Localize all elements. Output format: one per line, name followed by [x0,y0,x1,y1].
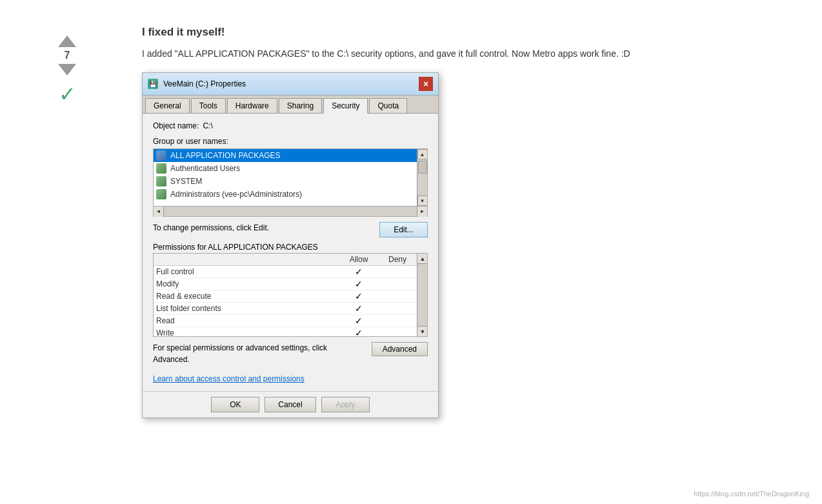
answer-title: I fixed it myself! [142,26,783,39]
perm-row-read-execute: Read & execute ✓ [154,290,427,303]
tab-sharing[interactable]: Sharing [279,98,322,113]
users-listbox-container: ALL APPLICATION PACKAGES Authenticated U… [153,148,428,217]
change-permissions-row: To change permissions, click Edit. Edit.… [153,222,428,237]
dialog-body: Object name: C:\ Group or user names: AL… [143,114,438,391]
users-hscrollbar[interactable]: ◄ ► [153,207,428,217]
perm-row-list-folder: List folder contents ✓ [154,303,427,315]
perm-allow-4: ✓ [339,316,378,326]
hscroll-right-arrow[interactable]: ► [417,207,427,217]
learn-link[interactable]: Learn about access control and permissio… [153,374,305,383]
list-item-authenticated-users[interactable]: Authenticated Users [154,162,417,175]
user-name-2: SYSTEM [170,177,202,186]
dialog-icon: 💾 [148,79,158,89]
users-listbox[interactable]: ALL APPLICATION PACKAGES Authenticated U… [153,148,428,207]
perm-col-deny-header: Deny [378,254,417,265]
learn-link-row: Learn about access control and permissio… [153,374,428,383]
hscroll-left-arrow[interactable]: ◄ [154,207,164,217]
vote-down-button[interactable] [58,64,76,76]
perm-row-read: Read ✓ [154,315,427,327]
group-label: Group or user names: [153,137,428,146]
tab-hardware[interactable]: Hardware [227,98,277,113]
perm-allow-3: ✓ [339,303,378,314]
permissions-header-row: Allow Deny [154,254,427,266]
perm-name-1: Modify [154,279,339,289]
user-name-0: ALL APPLICATION PACKAGES [170,151,281,160]
tab-security[interactable]: Security [323,98,368,114]
cancel-button[interactable]: Cancel [265,397,316,412]
perm-col-allow-header: Allow [339,254,378,265]
permissions-header-text: Permissions for ALL APPLICATION PACKAGES [153,243,318,252]
perms-scroll-up-arrow[interactable]: ▲ [417,254,428,264]
hscroll-track [164,207,417,216]
apply-button[interactable]: Apply [321,397,370,412]
tab-tools[interactable]: Tools [191,98,226,113]
vote-section: 7 ✓ [58,35,76,106]
users-scrollbar[interactable]: ▲ ▼ [417,149,427,206]
special-permissions-text: For special permissions or advanced sett… [153,342,334,365]
perm-name-5: Write [154,328,339,337]
special-permissions-row: For special permissions or advanced sett… [153,342,428,369]
scroll-up-arrow[interactable]: ▲ [417,149,428,159]
user-name-1: Authenticated Users [170,164,240,173]
object-name-row: Object name: C:\ [153,121,428,130]
windows-properties-dialog: 💾 VeeMain (C:) Properties × General Tool… [142,72,439,418]
user-icon-1 [156,163,166,174]
object-name-label: Object name: [153,121,199,130]
advanced-button[interactable]: Advanced [372,342,428,356]
perms-scroll-down-arrow[interactable]: ▼ [417,326,428,336]
answer-content: I fixed it myself! I added "ALL APPLICAT… [142,26,783,418]
permissions-scrollbar[interactable]: ▲ ▼ [417,254,427,336]
dialog-title: VeeMain (C:) Properties [163,79,246,88]
perm-allow-2: ✓ [339,291,378,301]
list-item-administrators[interactable]: Administrators (vee-pc\Administrators) [154,188,417,201]
list-item-system[interactable]: SYSTEM [154,175,417,188]
vote-count: 7 [65,50,70,61]
vote-up-button[interactable] [58,35,76,47]
permissions-header: Permissions for ALL APPLICATION PACKAGES [153,243,428,252]
user-icon-3 [156,189,166,199]
dialog-close-button[interactable]: × [419,77,433,91]
perm-name-0: Full control [154,267,339,277]
perm-name-4: Read [154,316,339,326]
dialog-tabs: General Tools Hardware Sharing Security … [143,96,438,114]
permissions-container: Allow Deny Full control ✓ Modify [153,253,428,337]
page-container: 7 ✓ I fixed it myself! I added "ALL APPL… [0,0,822,431]
answer-body: I added "ALL APPLICATION PACKAGES" to th… [142,46,783,61]
perm-allow-5: ✓ [339,328,378,337]
perm-col-name-header [154,254,339,265]
permissions-table: Allow Deny Full control ✓ Modify [153,253,428,337]
edit-button[interactable]: Edit... [379,222,428,237]
titlebar-left: 💾 VeeMain (C:) Properties [148,79,246,89]
accepted-checkmark: ✓ [59,82,76,106]
scroll-down-arrow[interactable]: ▼ [417,196,428,206]
perm-row-modify: Modify ✓ [154,278,427,290]
user-icon-2 [156,176,166,186]
tab-quota[interactable]: Quota [369,98,407,113]
perm-name-2: Read & execute [154,291,339,301]
object-name-value: C:\ [203,121,212,130]
tab-general[interactable]: General [145,98,190,113]
dialog-titlebar: 💾 VeeMain (C:) Properties × [143,73,438,96]
perm-row-write: Write ✓ [154,327,427,337]
perm-allow-1: ✓ [339,279,378,289]
change-permissions-text: To change permissions, click Edit. [153,223,269,232]
user-name-3: Administrators (vee-pc\Administrators) [170,190,302,199]
perm-row-full-control: Full control ✓ [154,266,427,278]
list-item-all-application-packages[interactable]: ALL APPLICATION PACKAGES [154,149,417,162]
ok-button[interactable]: OK [211,397,259,412]
scroll-thumb[interactable] [418,161,427,174]
perm-name-3: List folder contents [154,303,339,314]
user-icon-0 [156,150,166,161]
perm-allow-0: ✓ [339,267,378,277]
dialog-footer: OK Cancel Apply [143,391,438,418]
